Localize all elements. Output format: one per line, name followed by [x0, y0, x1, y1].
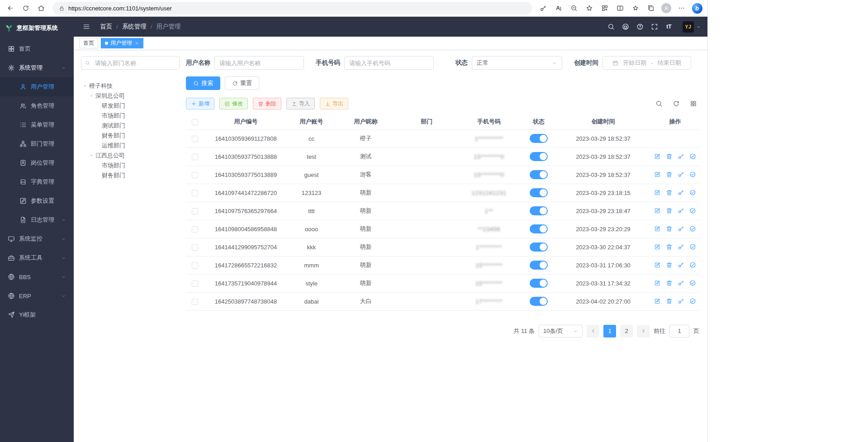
tree-node[interactable]: 财务部门: [81, 171, 180, 181]
delete-row-button[interactable]: [666, 189, 673, 196]
reset-password-button[interactable]: [678, 225, 685, 233]
delete-row-button[interactable]: [666, 225, 673, 233]
status-toggle[interactable]: [530, 261, 548, 270]
read-aloud-button[interactable]: A): [551, 1, 566, 15]
status-toggle[interactable]: [530, 297, 548, 306]
sidebar-item-erp[interactable]: ERP: [0, 286, 74, 305]
sidebar-item-param-settings[interactable]: 参数设置: [0, 191, 74, 210]
tree-node[interactable]: 深圳总公司: [81, 91, 180, 101]
edit-row-button[interactable]: [654, 243, 661, 251]
row-checkbox[interactable]: [192, 154, 198, 160]
select-all-checkbox[interactable]: [192, 119, 198, 125]
row-checkbox[interactable]: [192, 280, 198, 287]
delete-row-button[interactable]: [666, 171, 673, 178]
favorites-button[interactable]: [582, 1, 597, 15]
row-checkbox[interactable]: [192, 262, 198, 269]
delete-row-button[interactable]: [666, 261, 673, 269]
extensions-button[interactable]: [597, 1, 612, 15]
reset-password-button[interactable]: [678, 189, 685, 196]
reset-password-button[interactable]: [678, 280, 685, 287]
assign-role-button[interactable]: [689, 261, 697, 269]
edit-row-button[interactable]: [654, 225, 661, 233]
sidebar-item-yi-framework[interactable]: Yi框架: [0, 305, 74, 324]
edit-row-button[interactable]: [654, 207, 661, 214]
status-toggle[interactable]: [530, 224, 548, 233]
assign-role-button[interactable]: [689, 280, 697, 287]
page-2-button[interactable]: 2: [620, 325, 633, 337]
delete-button[interactable]: 删除: [253, 98, 281, 109]
more-options-button[interactable]: [674, 1, 689, 15]
assign-role-button[interactable]: [689, 298, 697, 305]
page-size-select[interactable]: 10条/页: [539, 325, 583, 337]
search-button[interactable]: 搜索: [186, 76, 220, 90]
sidebar-item-home[interactable]: 首页: [0, 39, 74, 58]
tree-node[interactable]: 研发部门: [81, 101, 180, 111]
status-toggle[interactable]: [530, 188, 548, 197]
breadcrumb-item[interactable]: 系统管理: [122, 23, 147, 31]
back-arrow-button[interactable]: [3, 1, 18, 15]
status-toggle[interactable]: [530, 170, 548, 179]
date-range-picker[interactable]: 开始日期 - 结束日期: [602, 56, 691, 70]
tree-node[interactable]: 市场部门: [81, 111, 180, 121]
edit-row-button[interactable]: [654, 153, 661, 160]
reset-password-button[interactable]: [678, 171, 685, 178]
refresh-button[interactable]: [18, 1, 33, 15]
fullscreen-button[interactable]: [648, 20, 661, 33]
status-select[interactable]: 正常: [472, 56, 562, 70]
reset-password-button[interactable]: [678, 243, 685, 251]
username-input[interactable]: [214, 56, 304, 70]
edit-row-button[interactable]: [654, 261, 661, 269]
assign-role-button[interactable]: [689, 225, 697, 233]
delete-row-button[interactable]: [666, 280, 673, 287]
caret-down-icon[interactable]: [88, 93, 95, 99]
status-toggle[interactable]: [530, 242, 548, 252]
reset-password-button[interactable]: [678, 153, 685, 160]
reset-password-button[interactable]: [678, 207, 685, 214]
tree-node[interactable]: 运维部门: [81, 141, 180, 151]
assign-role-button[interactable]: [689, 153, 697, 160]
tree-node[interactable]: 财务部门: [81, 131, 180, 141]
split-screen-button[interactable]: [612, 1, 628, 15]
collections-button[interactable]: [643, 1, 659, 15]
sidebar-item-system[interactable]: 系统管理: [0, 58, 74, 77]
row-checkbox[interactable]: [192, 172, 198, 178]
delete-row-button[interactable]: [666, 207, 673, 214]
home-button[interactable]: [33, 1, 49, 15]
tree-node[interactable]: 橙子科技: [81, 81, 180, 91]
row-checkbox[interactable]: [192, 226, 198, 233]
edit-row-button[interactable]: [654, 298, 661, 305]
phone-input[interactable]: [344, 56, 434, 70]
tree-node[interactable]: 测试部门: [81, 121, 180, 131]
close-icon[interactable]: [134, 41, 139, 46]
sidebar-item-post-mgmt[interactable]: 岗位管理: [0, 153, 74, 172]
sidebar-toggle-button[interactable]: [80, 20, 93, 33]
breadcrumb-item[interactable]: 首页: [100, 23, 112, 31]
assign-role-button[interactable]: [689, 171, 697, 178]
status-toggle[interactable]: [530, 279, 548, 288]
tab-item-1[interactable]: 用户管理: [101, 38, 143, 48]
delete-row-button[interactable]: [666, 153, 673, 160]
status-toggle[interactable]: [530, 206, 548, 215]
github-button[interactable]: [619, 20, 632, 33]
font-size-button[interactable]: tT: [663, 20, 675, 33]
status-toggle[interactable]: [530, 152, 548, 161]
question-button[interactable]: [634, 20, 646, 33]
tab-item-0[interactable]: 首页: [79, 38, 98, 48]
sidebar-item-dict-mgmt[interactable]: 字典管理: [0, 172, 74, 191]
add-button[interactable]: 新增: [186, 98, 214, 109]
modify-button[interactable]: 修改: [219, 98, 248, 109]
assign-role-button[interactable]: [689, 189, 697, 196]
import-button[interactable]: 导入: [286, 98, 315, 109]
reset-password-button[interactable]: [678, 261, 685, 269]
dept-search-input[interactable]: [81, 56, 180, 70]
delete-row-button[interactable]: [666, 243, 673, 251]
sidebar-item-user-mgmt[interactable]: 用户管理: [0, 77, 74, 96]
prev-page-button[interactable]: [587, 325, 599, 337]
row-checkbox[interactable]: [192, 190, 198, 196]
sidebar-item-monitor[interactable]: 系统监控: [0, 229, 74, 248]
column-settings-button[interactable]: [688, 99, 698, 109]
reset-button[interactable]: 重置: [225, 76, 259, 90]
copilot-button[interactable]: b: [689, 1, 705, 15]
row-checkbox[interactable]: [192, 208, 198, 214]
sidebar-item-log-mgmt[interactable]: 日志管理: [0, 210, 74, 229]
